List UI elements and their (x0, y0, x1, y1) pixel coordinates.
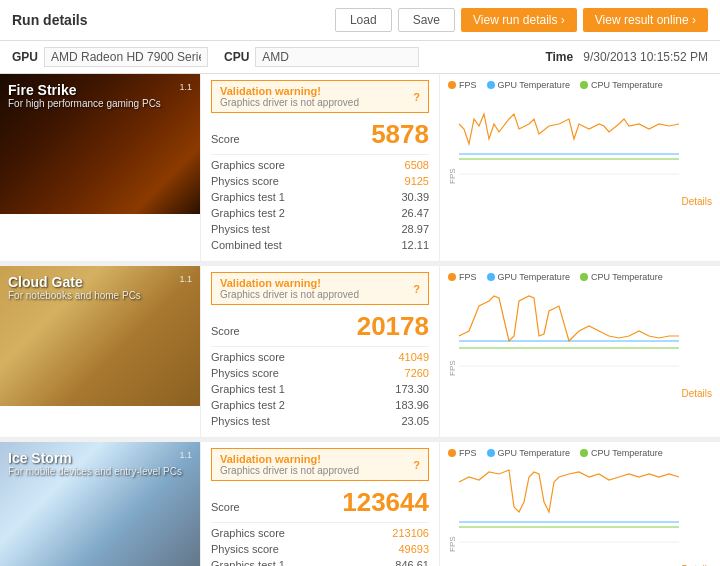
score-subrow-cloud-gate-1: Physics score7260 (211, 367, 429, 379)
score-subrow-ice-storm-2: Graphics test 1846.61 (211, 559, 429, 566)
bench-image-cloud-gate: Cloud GateFor notebooks and home PCs1.1 (0, 266, 200, 437)
bench-title-overlay-cloud-gate: Cloud GateFor notebooks and home PCs (8, 274, 141, 301)
validation-text-cloud-gate: Graphics driver is not approved (220, 289, 359, 300)
score-row-fire-strike: Score5878 (211, 119, 429, 150)
score-row-cloud-gate: Score20178 (211, 311, 429, 342)
bench-title-overlay-ice-storm: Ice StormFor mobile devices and entry-le… (8, 450, 182, 477)
bench-background-cloud-gate: Cloud GateFor notebooks and home PCs1.1 (0, 266, 200, 406)
legend-item-fire-strike-2: CPU Temperature (580, 80, 663, 90)
legend-label-ice-storm-0: FPS (459, 448, 477, 458)
load-button[interactable]: Load (335, 8, 392, 32)
details-link-cloud-gate[interactable]: Details (448, 388, 712, 399)
legend-item-cloud-gate-2: CPU Temperature (580, 272, 663, 282)
validation-warning-ice-storm: Validation warning!Graphics driver is no… (211, 448, 429, 481)
bench-image-fire-strike: Fire StrikeFor high performance gaming P… (0, 74, 200, 261)
subrow-value-cloud-gate-3: 183.96 (395, 399, 429, 411)
gpu-input[interactable] (44, 47, 208, 67)
chart-legend-ice-storm: FPSGPU TemperatureCPU Temperature (448, 448, 712, 458)
validation-title-ice-storm: Validation warning! (220, 453, 359, 465)
validation-warning-fire-strike: Validation warning!Graphics driver is no… (211, 80, 429, 113)
subrow-value-ice-storm-0: 213106 (392, 527, 429, 539)
subrow-value-fire-strike-2: 30.39 (401, 191, 429, 203)
legend-dot-fire-strike-0 (448, 81, 456, 89)
validation-warning-cloud-gate: Validation warning!Graphics driver is no… (211, 272, 429, 305)
subrow-label-cloud-gate-1: Physics score (211, 367, 279, 379)
save-button[interactable]: Save (398, 8, 455, 32)
bench-chart-ice-storm: FPSGPU TemperatureCPU TemperatureFPS Det… (440, 442, 720, 566)
bench-name-ice-storm: Ice Storm (8, 450, 182, 466)
view-run-details-button[interactable]: View run details › (461, 8, 577, 32)
score-subrow-fire-strike-0: Graphics score6508 (211, 159, 429, 171)
legend-item-ice-storm-0: FPS (448, 448, 477, 458)
bench-version-cloud-gate: 1.1 (179, 274, 192, 284)
bench-scores-fire-strike: Validation warning!Graphics driver is no… (200, 74, 440, 261)
chart-wrapper-fire-strike: FPS (448, 94, 712, 194)
chart-legend-cloud-gate: FPSGPU TemperatureCPU Temperature (448, 272, 712, 282)
score-subrow-fire-strike-2: Graphics test 130.39 (211, 191, 429, 203)
legend-dot-cloud-gate-0 (448, 273, 456, 281)
validation-help-fire-strike[interactable]: ? (413, 91, 420, 103)
system-info: GPU CPU Time 9/30/2013 10:15:52 PM (0, 41, 720, 74)
legend-label-cloud-gate-1: GPU Temperature (498, 272, 570, 282)
score-subrow-cloud-gate-3: Graphics test 2183.96 (211, 399, 429, 411)
subrow-value-ice-storm-1: 49693 (398, 543, 429, 555)
legend-dot-cloud-gate-1 (487, 273, 495, 281)
bench-name-fire-strike: Fire Strike (8, 82, 161, 98)
subrow-label-cloud-gate-0: Graphics score (211, 351, 285, 363)
score-subrow-cloud-gate-2: Graphics test 1173.30 (211, 383, 429, 395)
fps-axis-label-cloud-gate: FPS (448, 296, 457, 376)
subrow-label-cloud-gate-2: Graphics test 1 (211, 383, 285, 395)
subrow-value-fire-strike-1: 9125 (405, 175, 429, 187)
view-result-online-button[interactable]: View result online › (583, 8, 708, 32)
chart-fire-strike (459, 94, 712, 194)
subrow-value-fire-strike-4: 28.97 (401, 223, 429, 235)
score-subrow-fire-strike-4: Physics test28.97 (211, 223, 429, 235)
legend-dot-fire-strike-2 (580, 81, 588, 89)
chart-cloud-gate (459, 286, 712, 386)
validation-text-fire-strike: Graphics driver is not approved (220, 97, 359, 108)
gpu-field: GPU (12, 47, 208, 67)
subrow-label-ice-storm-0: Graphics score (211, 527, 285, 539)
subrow-label-fire-strike-4: Physics test (211, 223, 270, 235)
bench-scores-ice-storm: Validation warning!Graphics driver is no… (200, 442, 440, 566)
benchmark-section-ice-storm: Ice StormFor mobile devices and entry-le… (0, 442, 720, 566)
subrow-label-fire-strike-0: Graphics score (211, 159, 285, 171)
validation-help-cloud-gate[interactable]: ? (413, 283, 420, 295)
validation-help-ice-storm[interactable]: ? (413, 459, 420, 471)
bench-scores-cloud-gate: Validation warning!Graphics driver is no… (200, 266, 440, 437)
bench-background-ice-storm: Ice StormFor mobile devices and entry-le… (0, 442, 200, 566)
subrow-label-fire-strike-3: Graphics test 2 (211, 207, 285, 219)
legend-item-fire-strike-1: GPU Temperature (487, 80, 570, 90)
bench-subtitle-cloud-gate: For notebooks and home PCs (8, 290, 141, 301)
legend-label-ice-storm-1: GPU Temperature (498, 448, 570, 458)
subrow-label-ice-storm-1: Physics score (211, 543, 279, 555)
legend-label-fire-strike-1: GPU Temperature (498, 80, 570, 90)
time-value: 9/30/2013 10:15:52 PM (583, 50, 708, 64)
page-title: Run details (12, 12, 87, 28)
validation-title-fire-strike: Validation warning! (220, 85, 359, 97)
score-value-cloud-gate: 20178 (357, 311, 429, 342)
bench-version-ice-storm: 1.1 (179, 450, 192, 460)
benchmarks-container: Fire StrikeFor high performance gaming P… (0, 74, 720, 566)
chart-legend-fire-strike: FPSGPU TemperatureCPU Temperature (448, 80, 712, 90)
cpu-label: CPU (224, 50, 249, 64)
legend-item-fire-strike-0: FPS (448, 80, 477, 90)
chart-wrapper-cloud-gate: FPS (448, 286, 712, 386)
fps-axis-label-ice-storm: FPS (448, 472, 457, 552)
subrow-value-fire-strike-0: 6508 (405, 159, 429, 171)
subrow-value-ice-storm-2: 846.61 (395, 559, 429, 566)
cpu-input[interactable] (255, 47, 419, 67)
legend-dot-fire-strike-1 (487, 81, 495, 89)
details-link-fire-strike[interactable]: Details (448, 196, 712, 207)
score-label-fire-strike: Score (211, 133, 240, 145)
score-subrow-fire-strike-5: Combined test12.11 (211, 239, 429, 251)
legend-item-cloud-gate-1: GPU Temperature (487, 272, 570, 282)
chart-ice-storm (459, 462, 712, 562)
score-row-ice-storm: Score123644 (211, 487, 429, 518)
subrow-value-cloud-gate-0: 41049 (398, 351, 429, 363)
subrow-value-fire-strike-3: 26.47 (401, 207, 429, 219)
bench-subtitle-fire-strike: For high performance gaming PCs (8, 98, 161, 109)
chart-wrapper-ice-storm: FPS (448, 462, 712, 562)
legend-dot-ice-storm-0 (448, 449, 456, 457)
legend-dot-ice-storm-1 (487, 449, 495, 457)
